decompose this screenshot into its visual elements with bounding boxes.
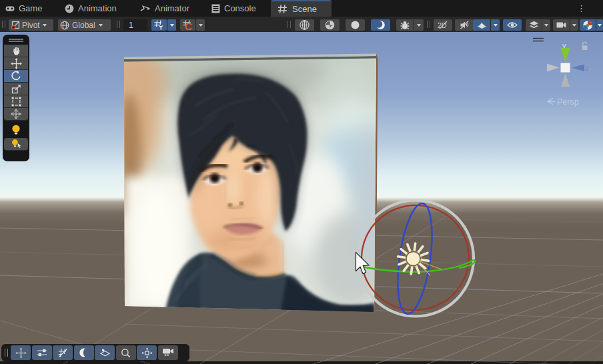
svg-text:Persp: Persp [557, 97, 579, 107]
svg-text:2D: 2D [438, 21, 447, 29]
svg-text:z: z [585, 64, 589, 72]
